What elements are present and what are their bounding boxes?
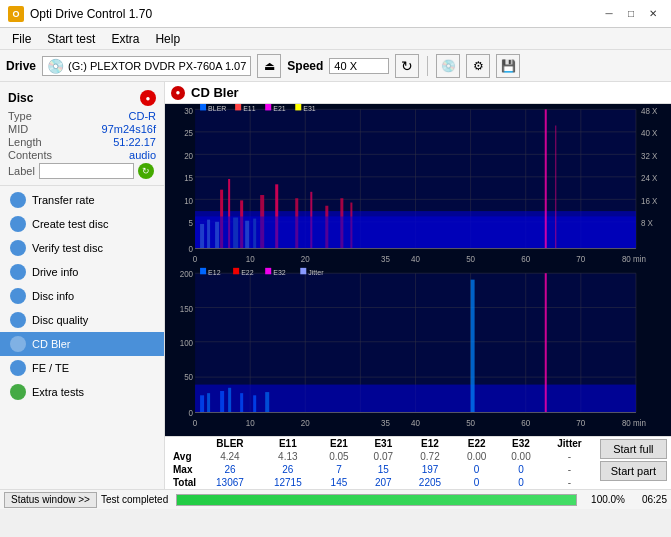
svg-rect-92 — [240, 393, 243, 412]
svg-text:16 X: 16 X — [641, 195, 658, 205]
svg-text:E32: E32 — [273, 268, 285, 277]
disc-length-label: Length — [8, 136, 42, 148]
menu-file[interactable]: File — [4, 30, 39, 48]
label-refresh-button[interactable]: ↻ — [138, 163, 154, 179]
stats-table: BLER E11 E21 E31 E12 E22 E32 Jitter Avg … — [165, 437, 596, 489]
speed-select[interactable]: 40 X — [329, 58, 389, 74]
svg-rect-41 — [195, 216, 636, 248]
maximize-button[interactable]: □ — [621, 6, 641, 22]
svg-text:60: 60 — [521, 254, 530, 264]
disc-length-row: Length 51:22.17 — [8, 136, 156, 148]
col-bler: BLER — [201, 437, 259, 450]
eject-button[interactable]: ⏏ — [257, 54, 281, 78]
avg-e32: 0.00 — [499, 450, 543, 463]
settings-button[interactable]: ⚙ — [466, 54, 490, 78]
time-text: 06:25 — [629, 494, 667, 505]
disk-button[interactable]: 💿 — [436, 54, 460, 78]
svg-rect-90 — [220, 391, 224, 412]
svg-text:70: 70 — [576, 254, 585, 264]
sidebar-item-verify-test-disc[interactable]: Verify test disc — [0, 236, 164, 260]
drive-label: Drive — [6, 59, 36, 73]
disc-label-input[interactable] — [39, 163, 134, 179]
refresh-button[interactable]: ↻ — [395, 54, 419, 78]
save-button[interactable]: 💾 — [496, 54, 520, 78]
avg-e21: 0.05 — [317, 450, 361, 463]
title-bar: O Opti Drive Control 1.70 ─ □ ✕ — [0, 0, 671, 28]
svg-text:150: 150 — [180, 304, 194, 314]
drive-value: (G:) PLEXTOR DVDR PX-760A 1.07 — [68, 60, 246, 72]
drive-select[interactable]: 💿 (G:) PLEXTOR DVDR PX-760A 1.07 — [42, 56, 251, 76]
drive-icon: 💿 — [47, 58, 64, 74]
sidebar-item-create-test-disc[interactable]: Create test disc — [0, 212, 164, 236]
avg-label: Avg — [165, 450, 201, 463]
menu-start-test[interactable]: Start test — [39, 30, 103, 48]
svg-rect-66 — [295, 104, 301, 110]
max-e11: 26 — [259, 463, 317, 476]
total-e12: 2205 — [406, 476, 455, 489]
svg-text:E31: E31 — [303, 104, 315, 113]
col-e21: E21 — [317, 437, 361, 450]
total-jitter: - — [543, 476, 596, 489]
svg-rect-62 — [235, 104, 241, 110]
sidebar-item-transfer-rate[interactable]: Transfer rate — [0, 188, 164, 212]
svg-rect-47 — [253, 219, 256, 249]
svg-rect-95 — [471, 280, 475, 413]
drive-info-icon — [10, 264, 26, 280]
svg-rect-43 — [207, 220, 210, 249]
disc-info-label: Disc info — [32, 290, 74, 302]
svg-text:0: 0 — [193, 418, 198, 428]
disc-type-label: Type — [8, 110, 32, 122]
create-test-disc-label: Create test disc — [32, 218, 108, 230]
svg-text:10: 10 — [246, 418, 255, 428]
svg-text:E22: E22 — [241, 268, 253, 277]
app-icon: O — [8, 6, 24, 22]
disc-mid-value: 97m24s16f — [102, 123, 156, 135]
sidebar-item-fe-te[interactable]: FE / TE — [0, 356, 164, 380]
start-full-button[interactable]: Start full — [600, 439, 667, 459]
svg-text:5: 5 — [189, 218, 194, 228]
col-e12: E12 — [406, 437, 455, 450]
sidebar-item-disc-quality[interactable]: Disc quality — [0, 308, 164, 332]
max-e12: 197 — [406, 463, 455, 476]
extra-tests-label: Extra tests — [32, 386, 84, 398]
minimize-button[interactable]: ─ — [599, 6, 619, 22]
svg-rect-44 — [215, 222, 219, 249]
svg-text:40 X: 40 X — [641, 128, 658, 138]
disc-type-row: Type CD-R — [8, 110, 156, 122]
svg-text:35: 35 — [381, 418, 390, 428]
svg-text:10: 10 — [184, 195, 193, 205]
sidebar-item-extra-tests[interactable]: Extra tests — [0, 380, 164, 404]
svg-text:20: 20 — [184, 150, 193, 160]
svg-text:E11: E11 — [243, 104, 255, 113]
fe-te-icon — [10, 360, 26, 376]
max-bler: 26 — [201, 463, 259, 476]
col-e32: E32 — [499, 437, 543, 450]
progress-text: 100.0% — [585, 494, 625, 505]
sidebar-item-disc-info[interactable]: Disc info — [0, 284, 164, 308]
svg-text:15: 15 — [184, 173, 193, 183]
transfer-rate-icon — [10, 192, 26, 208]
start-part-button[interactable]: Start part — [600, 461, 667, 481]
sidebar-item-cd-bler[interactable]: CD Bler — [0, 332, 164, 356]
avg-e31: 0.07 — [361, 450, 405, 463]
close-button[interactable]: ✕ — [643, 6, 663, 22]
sidebar-item-drive-info[interactable]: Drive info — [0, 260, 164, 284]
svg-rect-42 — [200, 224, 204, 249]
verify-test-disc-icon — [10, 240, 26, 256]
svg-rect-89 — [207, 393, 210, 412]
svg-text:10: 10 — [246, 254, 255, 264]
menu-extra[interactable]: Extra — [103, 30, 147, 48]
total-e31: 207 — [361, 476, 405, 489]
svg-text:60: 60 — [521, 418, 530, 428]
menu-help[interactable]: Help — [147, 30, 188, 48]
status-bar: Status window >> Test completed 100.0% 0… — [0, 489, 671, 509]
svg-text:8 X: 8 X — [641, 218, 653, 228]
charts-svg: 30 25 20 15 10 5 0 48 X 40 X 32 X 24 X 1… — [165, 104, 671, 436]
max-e32: 0 — [499, 463, 543, 476]
col-e11: E11 — [259, 437, 317, 450]
svg-text:25: 25 — [184, 128, 193, 138]
disc-icon[interactable]: ● — [140, 90, 156, 106]
status-window-button[interactable]: Status window >> — [4, 492, 97, 508]
max-e22: 0 — [454, 463, 498, 476]
disc-contents-value: audio — [129, 149, 156, 161]
